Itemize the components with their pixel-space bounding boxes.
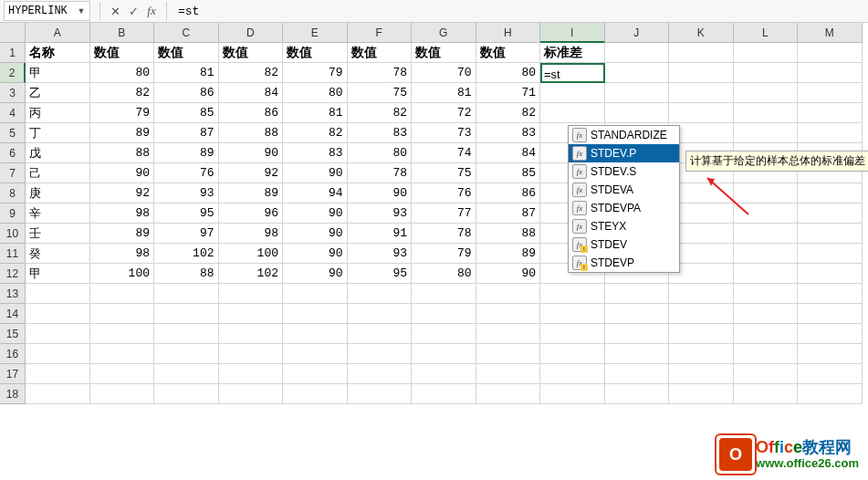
cell[interactable]: 数值 — [412, 43, 476, 63]
cell[interactable] — [154, 324, 219, 344]
cell[interactable] — [669, 364, 734, 384]
cell[interactable] — [412, 364, 476, 384]
cell[interactable]: 83 — [476, 123, 541, 143]
cell[interactable]: 70 — [412, 63, 476, 83]
cell[interactable] — [540, 384, 605, 404]
cell[interactable] — [283, 284, 348, 304]
cell[interactable]: 78 — [348, 63, 413, 83]
cell[interactable] — [734, 63, 799, 83]
column-header[interactable]: D — [219, 23, 284, 43]
cell[interactable]: 癸 — [26, 244, 90, 264]
cell[interactable]: 数值 — [90, 43, 155, 63]
cell[interactable] — [412, 384, 476, 404]
cell[interactable]: 庚 — [26, 183, 90, 203]
cell[interactable] — [26, 324, 90, 344]
autocomplete-item[interactable]: fxSTDEVP — [569, 254, 679, 272]
cell[interactable] — [348, 344, 413, 364]
cell[interactable] — [26, 304, 90, 324]
column-header[interactable]: J — [605, 23, 670, 43]
cell[interactable] — [154, 344, 219, 364]
cell[interactable]: 壬 — [26, 224, 90, 244]
cell[interactable]: 84 — [219, 83, 284, 103]
cell[interactable]: 90 — [283, 224, 348, 244]
cell[interactable] — [605, 284, 670, 304]
cell[interactable] — [605, 43, 670, 63]
cell[interactable] — [798, 364, 863, 384]
cell[interactable]: 80 — [348, 143, 413, 163]
cell[interactable]: 丙 — [26, 103, 90, 123]
cell[interactable]: 73 — [412, 123, 476, 143]
cell[interactable] — [605, 364, 670, 384]
cell[interactable]: 84 — [476, 143, 541, 163]
cell[interactable] — [734, 224, 799, 244]
cell[interactable] — [669, 103, 734, 123]
cell[interactable] — [26, 364, 90, 384]
row-header[interactable]: 18 — [0, 384, 26, 404]
cell[interactable]: 102 — [154, 244, 219, 264]
cell[interactable] — [476, 284, 541, 304]
cell[interactable] — [219, 344, 284, 364]
cell[interactable] — [734, 384, 799, 404]
cell[interactable] — [26, 384, 90, 404]
cell[interactable]: 86 — [219, 103, 284, 123]
row-header[interactable]: 2 — [0, 63, 26, 83]
autocomplete-item[interactable]: fxSTEYX — [569, 217, 679, 235]
cell[interactable] — [798, 324, 863, 344]
cell[interactable]: 93 — [348, 203, 413, 224]
cell[interactable] — [734, 43, 799, 63]
row-header[interactable]: 17 — [0, 364, 26, 384]
cell[interactable]: 71 — [476, 83, 541, 103]
cell[interactable] — [540, 83, 605, 103]
cell[interactable] — [540, 284, 605, 304]
cell[interactable] — [154, 304, 219, 324]
cell[interactable] — [605, 344, 670, 364]
row-header[interactable]: 8 — [0, 183, 26, 203]
cell[interactable] — [26, 284, 90, 304]
cell[interactable]: 85 — [154, 103, 219, 123]
cell[interactable]: 82 — [348, 103, 413, 123]
cell[interactable]: 96 — [219, 203, 284, 224]
cell[interactable] — [90, 324, 155, 344]
cell[interactable] — [605, 103, 670, 123]
cell[interactable]: 87 — [476, 203, 541, 224]
cell[interactable] — [348, 364, 413, 384]
cell[interactable]: 89 — [219, 183, 284, 203]
cell[interactable] — [734, 284, 799, 304]
cell[interactable] — [798, 63, 863, 83]
cancel-formula-icon[interactable]: ✕ — [106, 5, 124, 18]
row-header[interactable]: 6 — [0, 143, 26, 163]
cell[interactable]: 90 — [219, 143, 284, 163]
cell[interactable] — [476, 344, 541, 364]
cell[interactable] — [669, 43, 734, 63]
cell[interactable] — [540, 364, 605, 384]
cell[interactable] — [798, 123, 863, 143]
cell[interactable]: 辛 — [26, 203, 90, 224]
cell[interactable]: 78 — [348, 163, 413, 183]
cell[interactable]: 83 — [348, 123, 413, 143]
cell[interactable]: 83 — [283, 143, 348, 163]
cell[interactable] — [798, 43, 863, 63]
column-header[interactable]: H — [476, 23, 541, 43]
cell[interactable]: 己 — [26, 163, 90, 183]
cell[interactable] — [412, 284, 476, 304]
cell[interactable] — [798, 203, 863, 224]
cell[interactable]: 90 — [283, 244, 348, 264]
cell[interactable]: 78 — [412, 224, 476, 244]
column-header[interactable]: B — [90, 23, 155, 43]
cell[interactable]: 88 — [154, 264, 219, 284]
row-header[interactable]: 7 — [0, 163, 26, 183]
cell[interactable]: 91 — [348, 224, 413, 244]
cell[interactable]: 89 — [476, 244, 541, 264]
cell[interactable]: 79 — [283, 63, 348, 83]
cell[interactable] — [154, 384, 219, 404]
cell[interactable] — [669, 83, 734, 103]
cell[interactable]: 92 — [90, 183, 155, 203]
cell[interactable]: 95 — [348, 264, 413, 284]
cell[interactable]: 98 — [219, 224, 284, 244]
cell[interactable]: 标准差 — [540, 43, 605, 63]
cell[interactable]: 乙 — [26, 83, 90, 103]
cell[interactable] — [412, 304, 476, 324]
row-header[interactable]: 16 — [0, 344, 26, 364]
cell[interactable] — [669, 384, 734, 404]
cell[interactable]: 94 — [283, 183, 348, 203]
